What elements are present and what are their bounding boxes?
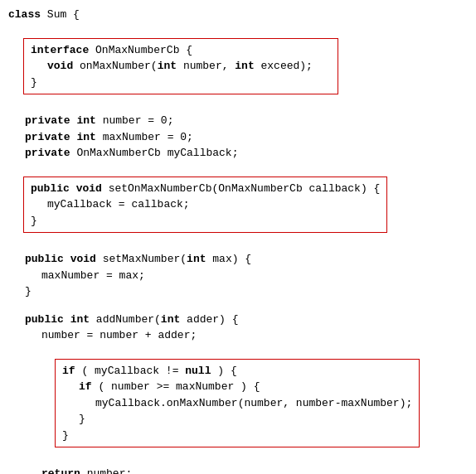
interface-bordered-block: interface OnMaxNumberCb { void onMaxNumb… bbox=[23, 38, 338, 95]
interface-keyword: interface bbox=[31, 42, 89, 59]
class-name: Sum { bbox=[47, 7, 80, 23]
inner-if-close: } bbox=[79, 411, 412, 428]
set-callback-bordered-block: public void setOnMaxNumberCb(OnMaxNumber… bbox=[23, 177, 387, 234]
set-max-body: maxNumber = max; bbox=[41, 268, 468, 284]
set-callback-close: } bbox=[31, 213, 380, 230]
field-number: private int number = 0; bbox=[25, 113, 468, 129]
class-keyword: class bbox=[8, 7, 41, 23]
add-number-body1: number = number + adder; bbox=[41, 327, 468, 344]
if-bordered-block: if ( myCallback != null ) { if ( number … bbox=[55, 359, 420, 448]
callback-call: myCallback.onMaxNumber(number, number-ma… bbox=[95, 395, 412, 412]
add-number-header: public int addNumber(int adder) { bbox=[25, 312, 468, 328]
set-max-close: } bbox=[25, 283, 468, 300]
field-maxnumber: private int maxNumber = 0; bbox=[25, 129, 468, 146]
add-number-return: return number; bbox=[41, 466, 468, 474]
outer-if-close: } bbox=[62, 428, 412, 444]
code-editor: class Sum { interface OnMaxNumberCb { vo… bbox=[8, 7, 468, 474]
set-callback-header: public void setOnMaxNumberCb(OnMaxNumber… bbox=[31, 181, 380, 197]
class-header-line: class Sum { bbox=[8, 7, 468, 23]
interface-method: void onMaxNumber(int number, int exceed)… bbox=[47, 58, 331, 75]
if-max-check: if ( number >= maxNumber ) { bbox=[79, 379, 412, 395]
interface-header: interface OnMaxNumberCb { bbox=[31, 42, 331, 59]
set-callback-body: myCallback = callback; bbox=[47, 196, 380, 213]
set-max-header: public void setMaxNumber(int max) { bbox=[25, 251, 468, 268]
field-mycallback: private OnMaxNumberCb myCallback; bbox=[25, 145, 468, 162]
if-null-check: if ( myCallback != null ) { bbox=[62, 363, 412, 380]
interface-close: } bbox=[31, 75, 331, 91]
